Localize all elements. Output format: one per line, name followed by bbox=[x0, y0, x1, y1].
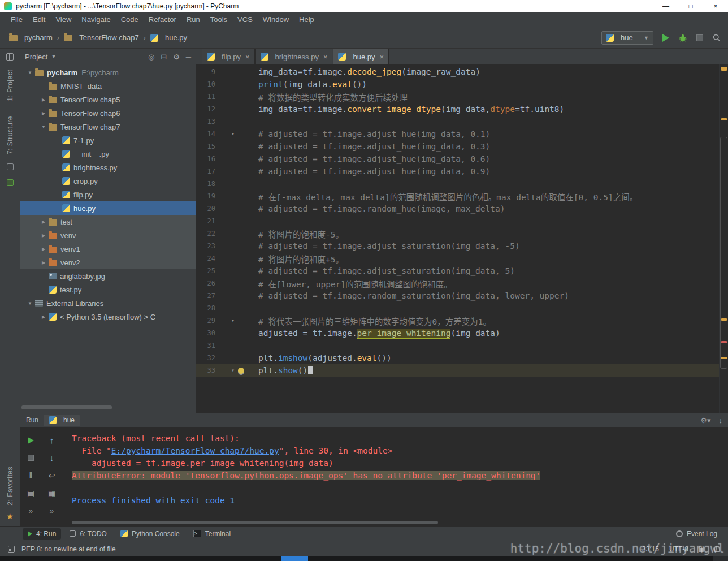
tree-collapse-arrow[interactable]: ▼ bbox=[25, 70, 35, 75]
toggle-toolwindows-icon[interactable] bbox=[8, 546, 15, 553]
run-button[interactable] bbox=[662, 34, 669, 42]
toolwindow-button-6-todo[interactable]: 6: TODO bbox=[64, 528, 112, 540]
line-number[interactable]: 19 bbox=[196, 192, 215, 200]
menu-refactor[interactable]: Refactor bbox=[144, 13, 181, 26]
line-number[interactable]: 17 bbox=[196, 167, 215, 175]
stripe-button-1-project[interactable]: 1: Project bbox=[6, 70, 14, 101]
tree-item-python-3-5-tensorflow-c[interactable]: ▶< Python 3.5 (tensorflow) > C bbox=[20, 310, 196, 323]
menu-window[interactable]: Window bbox=[258, 13, 294, 26]
tree-item-crop-py[interactable]: crop.py bbox=[20, 174, 196, 188]
editor-tab-flip-py[interactable]: flip.py× bbox=[202, 49, 255, 64]
line-number[interactable]: 26 bbox=[196, 279, 215, 287]
run-tab-hue[interactable]: hue bbox=[44, 415, 80, 426]
code-line-25[interactable]: 25# adjusted = tf.image.adjust_saturatio… bbox=[196, 265, 719, 277]
soft-wrap-button[interactable]: ↩ bbox=[49, 471, 55, 480]
tree-expand-arrow[interactable]: ▶ bbox=[38, 233, 49, 238]
taskbar-tray[interactable] bbox=[713, 556, 728, 561]
tree-item-init-py[interactable]: __init__.py bbox=[20, 147, 196, 161]
hide-panel-icon[interactable]: ─ bbox=[186, 53, 191, 61]
code-line-32[interactable]: 32plt.imshow(adjusted.eval()) bbox=[196, 352, 719, 364]
code-line-11[interactable]: 11# 将数据的类型转化成实数方便后续处理 bbox=[196, 90, 719, 103]
line-number[interactable]: 24 bbox=[196, 254, 215, 262]
tree-item-external-libraries[interactable]: ▼External Libraries bbox=[20, 296, 196, 310]
more-actions-button[interactable]: » bbox=[50, 506, 54, 515]
code-line-10[interactable]: 10print(img_data.eval()) bbox=[196, 78, 719, 90]
line-number[interactable]: 28 bbox=[196, 304, 215, 312]
taskbar-app-button[interactable] bbox=[281, 556, 308, 561]
tree-expand-arrow[interactable]: ▶ bbox=[38, 219, 49, 225]
line-number[interactable]: 22 bbox=[196, 230, 215, 238]
line-number[interactable]: 31 bbox=[196, 342, 215, 349]
run-settings-gear-icon[interactable]: ⚙▾ bbox=[700, 416, 710, 425]
line-number[interactable]: 30 bbox=[196, 329, 215, 337]
breadcrumb-tensorflow-chap7[interactable]: TensorFlow chap7 bbox=[64, 33, 139, 42]
toolwindow-button-python-console[interactable]: Python Console bbox=[115, 528, 185, 540]
tree-item-anglababy-jpg[interactable]: anglababy.jpg bbox=[20, 269, 196, 283]
chevron-down-icon[interactable]: ▼ bbox=[51, 54, 56, 59]
menu-navigate[interactable]: Navigate bbox=[76, 13, 115, 26]
tree-item-mnist-data[interactable]: MNIST_data bbox=[20, 79, 196, 93]
code-line-9[interactable]: 9img_data=tf.image.decode_jpeg(image_raw… bbox=[196, 66, 719, 78]
tree-collapse-arrow[interactable]: ▼ bbox=[25, 301, 35, 306]
rerun-button[interactable] bbox=[28, 437, 34, 444]
code-line-28[interactable]: 28 bbox=[196, 302, 719, 314]
line-number[interactable]: 32 bbox=[196, 354, 215, 362]
code-line-18[interactable]: 18 bbox=[196, 178, 719, 190]
fold-arrow-icon[interactable]: ▾ bbox=[231, 318, 235, 323]
more-actions-button[interactable]: » bbox=[29, 506, 33, 515]
tree-expand-arrow[interactable]: ▶ bbox=[38, 260, 49, 265]
line-number[interactable]: 9 bbox=[196, 68, 215, 76]
toolwindow-button-4-run[interactable]: 4: Run bbox=[23, 528, 61, 540]
menu-file[interactable]: File bbox=[6, 13, 28, 26]
scroll-to-end-icon[interactable]: ↓ bbox=[719, 416, 723, 425]
menu-help[interactable]: Help bbox=[294, 13, 319, 26]
line-number[interactable]: 16 bbox=[196, 155, 215, 163]
console-file-link[interactable]: E:/pycharm/TensorFlow chap7/hue.py bbox=[111, 446, 279, 455]
tree-item-tensorflow-chap5[interactable]: ▶TensorFlow chap5 bbox=[20, 93, 196, 106]
error-stripe-mark[interactable] bbox=[721, 118, 727, 120]
toolwindow-grid-icon[interactable] bbox=[6, 53, 14, 61]
tree-expand-arrow[interactable]: ▶ bbox=[38, 111, 49, 116]
line-number[interactable]: 10 bbox=[196, 80, 215, 88]
line-number[interactable]: 13 bbox=[196, 118, 215, 126]
tree-item-test[interactable]: ▶test bbox=[20, 215, 196, 228]
favorites-star-icon[interactable]: ★ bbox=[6, 512, 14, 520]
menu-view[interactable]: View bbox=[50, 13, 76, 26]
line-number[interactable]: 15 bbox=[196, 143, 215, 150]
collapse-all-icon[interactable]: ⊟ bbox=[161, 53, 167, 61]
stripe-button-7-structure[interactable]: 7: Structure bbox=[6, 116, 14, 154]
code-line-27[interactable]: 27# adjusted = tf.image.random_saturatio… bbox=[196, 290, 719, 302]
tree-item-tensorflow-chap6[interactable]: ▶TensorFlow chap6 bbox=[20, 106, 196, 120]
tree-item-flip-py[interactable]: flip.py bbox=[20, 188, 196, 201]
pause-output-button[interactable]: ‖ bbox=[29, 471, 33, 480]
run-config-select[interactable]: hue ▼ bbox=[601, 31, 653, 45]
stop-button[interactable] bbox=[696, 34, 703, 41]
breadcrumb-hue-py[interactable]: hue.py bbox=[150, 33, 187, 42]
menu-code[interactable]: Code bbox=[116, 13, 144, 26]
editor-scrollbar-thumb[interactable] bbox=[720, 137, 727, 369]
code-line-15[interactable]: 15# adjusted = tf.image.adjust_hue(img_d… bbox=[196, 140, 719, 153]
close-tab-icon[interactable]: × bbox=[323, 53, 328, 61]
debug-bug-icon[interactable] bbox=[678, 33, 687, 42]
project-horizontal-scrollbar[interactable] bbox=[21, 405, 112, 409]
run-console[interactable]: Traceback (most recent call last): File … bbox=[62, 427, 728, 526]
tree-item-tensorflow-chap7[interactable]: ▼TensorFlow chap7 bbox=[20, 120, 196, 133]
line-number[interactable]: 21 bbox=[196, 217, 215, 225]
stripe-button-2-favorites[interactable]: 2: Favorites bbox=[6, 467, 14, 506]
tool-stripe-icon[interactable] bbox=[7, 163, 14, 170]
close-tab-icon[interactable]: × bbox=[380, 53, 384, 61]
search-icon[interactable] bbox=[712, 33, 721, 42]
code-line-26[interactable]: 26# 在[lower, upper]的范围随机调整图的饱和度。 bbox=[196, 277, 719, 290]
tree-collapse-arrow[interactable]: ▼ bbox=[38, 124, 49, 130]
close-tab-icon[interactable]: × bbox=[245, 53, 250, 61]
line-number[interactable]: 25 bbox=[196, 267, 215, 275]
stop-button[interactable] bbox=[28, 455, 34, 461]
lock-icon[interactable] bbox=[699, 548, 704, 552]
code-line-23[interactable]: 23# adjusted = tf.image.adjust_saturatio… bbox=[196, 240, 719, 252]
menu-vcs[interactable]: VCS bbox=[232, 13, 258, 26]
fold-arrow-icon[interactable]: ▾ bbox=[231, 368, 235, 373]
file-status-mark[interactable] bbox=[721, 67, 727, 71]
fold-arrow-icon[interactable]: ▾ bbox=[231, 131, 235, 137]
tree-item-test-py[interactable]: test.py bbox=[20, 283, 196, 296]
file-encoding[interactable]: UTF-8 bbox=[669, 545, 688, 553]
